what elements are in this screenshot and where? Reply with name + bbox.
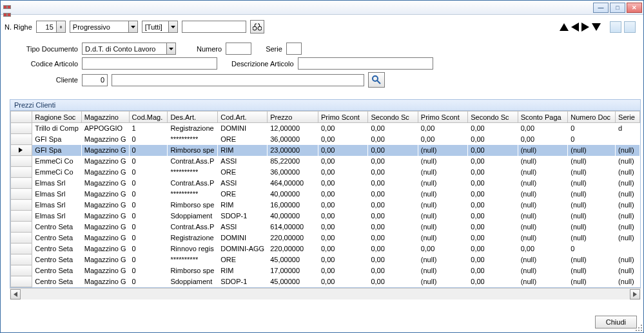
cell[interactable]: 0,00 <box>318 222 368 233</box>
cell[interactable]: 0 <box>129 200 168 211</box>
cell[interactable]: Centro Seta <box>32 254 81 265</box>
cell[interactable]: 0 <box>129 233 168 243</box>
chevron-down-icon[interactable] <box>166 43 175 54</box>
cell[interactable]: RIM <box>218 265 268 276</box>
cell[interactable]: 0,00 <box>468 276 518 287</box>
cell[interactable]: Contrat.Ass.P <box>168 222 218 233</box>
numero-input[interactable] <box>226 43 251 55</box>
cell[interactable]: (null) <box>518 222 568 233</box>
cell[interactable]: APPOGGIO <box>81 123 129 134</box>
cell[interactable]: 0,00 <box>468 167 518 178</box>
cell[interactable]: 0,00 <box>368 211 418 222</box>
row-header[interactable] <box>11 222 32 233</box>
table-row[interactable]: Centro SetaMagazzino G0**********ORE45,0… <box>11 254 640 265</box>
cell[interactable]: Magazzino G <box>81 189 129 200</box>
cell[interactable]: 17,00000 <box>268 265 318 276</box>
cell[interactable]: ********** <box>168 167 218 178</box>
cell[interactable]: Rimborso spe <box>168 200 218 211</box>
cell[interactable]: 0,00 <box>518 243 568 254</box>
cell[interactable]: 0,00 <box>468 222 518 233</box>
cell[interactable]: 220,00000 <box>268 233 318 243</box>
table-row[interactable]: Elmas SrlMagazzino G0**********ORE40,000… <box>11 189 640 200</box>
cell[interactable]: 0,00 <box>368 156 418 167</box>
cell[interactable]: Sdoppiament <box>168 276 218 287</box>
cell[interactable]: 23,00000 <box>268 145 318 156</box>
cell[interactable]: 0,00 <box>518 134 568 145</box>
cell[interactable]: (null) <box>518 211 568 222</box>
column-header[interactable]: Secondo Sc <box>468 111 518 123</box>
descr-art-input[interactable] <box>298 57 433 70</box>
table-row[interactable]: Elmas SrlMagazzino G0SdoppiamentSDOP-140… <box>11 211 640 222</box>
cell[interactable]: Magazzino G <box>81 254 129 265</box>
table-row[interactable]: Elmas SrlMagazzino G0Rimborso speRIM16,0… <box>11 200 640 211</box>
cell[interactable]: 0,00 <box>318 276 368 287</box>
cell[interactable]: Magazzino G <box>81 276 129 287</box>
cell[interactable]: 0,00 <box>468 123 518 134</box>
cell[interactable]: 0,00 <box>468 145 518 156</box>
cell[interactable]: (null) <box>518 254 568 265</box>
cell[interactable]: (null) <box>568 254 616 265</box>
horizontal-scrollbar[interactable] <box>10 288 641 300</box>
cell[interactable]: SDOP-1 <box>218 276 268 287</box>
cell[interactable]: (null) <box>418 178 467 189</box>
cell[interactable]: 0,00 <box>368 178 418 189</box>
row-header[interactable] <box>11 156 32 167</box>
cell[interactable]: 0 <box>129 134 168 145</box>
cell[interactable]: Contrat.Ass.P <box>168 178 218 189</box>
row-header[interactable] <box>11 200 32 211</box>
row-header[interactable] <box>11 254 32 265</box>
cell[interactable]: 36,00000 <box>268 134 318 145</box>
cell[interactable]: 85,22000 <box>268 156 318 167</box>
cell[interactable]: 0,00 <box>368 233 418 243</box>
cell[interactable]: (null) <box>518 145 568 156</box>
cell[interactable]: 0,00 <box>468 243 518 254</box>
cell[interactable]: 0,00 <box>418 123 467 134</box>
cell[interactable]: Magazzino G <box>81 145 129 156</box>
close-button[interactable]: ✕ <box>627 3 642 13</box>
row-header[interactable] <box>11 145 32 156</box>
column-header[interactable]: Primo Scont <box>418 111 467 123</box>
table-row[interactable]: GFI SpaMagazzino G0**********ORE36,00000… <box>11 134 640 145</box>
table-row[interactable]: Centro SetaMagazzino G0Rimborso speRIM17… <box>11 265 640 276</box>
cell[interactable]: 0,00 <box>468 254 518 265</box>
row-header[interactable] <box>11 123 32 134</box>
cell[interactable]: 0,00 <box>368 254 418 265</box>
cell[interactable]: (null) <box>616 233 640 243</box>
cell[interactable]: Rimborso spe <box>168 145 218 156</box>
cell[interactable]: (null) <box>518 167 568 178</box>
cell[interactable]: Magazzino G <box>81 233 129 243</box>
table-row[interactable]: Elmas SrlMagazzino G0Contrat.Ass.PASSI46… <box>11 178 640 189</box>
cell[interactable]: Centro Seta <box>32 265 81 276</box>
tipo-doc-combo[interactable]: D.d.T. di Conto Lavoro <box>82 43 176 55</box>
cell[interactable] <box>616 134 640 145</box>
cell[interactable]: Magazzino G <box>81 156 129 167</box>
cell[interactable]: (null) <box>616 178 640 189</box>
cell[interactable]: 0 <box>129 222 168 233</box>
column-header[interactable]: Magazzino <box>81 111 129 123</box>
cell[interactable]: (null) <box>616 276 640 287</box>
cell[interactable]: 12,00000 <box>268 123 318 134</box>
nav-last-icon[interactable] <box>592 23 601 31</box>
table-row[interactable]: GFI SpaMagazzino G0Rimborso speRIM23,000… <box>11 145 640 156</box>
cell[interactable]: (null) <box>418 156 467 167</box>
cell[interactable]: (null) <box>518 276 568 287</box>
cell[interactable]: 0,00 <box>368 265 418 276</box>
row-header[interactable] <box>11 178 32 189</box>
cliente-desc-input[interactable] <box>112 74 364 86</box>
cell[interactable]: Elmas Srl <box>32 189 81 200</box>
cell[interactable]: 0 <box>568 134 616 145</box>
cell[interactable]: 0 <box>129 145 168 156</box>
cell[interactable]: 45,00000 <box>268 276 318 287</box>
cell[interactable]: (null) <box>518 200 568 211</box>
spin-up-down-icon[interactable] <box>56 21 65 32</box>
column-header[interactable]: Des.Art. <box>168 111 218 123</box>
cell[interactable]: (null) <box>518 265 568 276</box>
cell[interactable]: DOMINI <box>218 233 268 243</box>
cell[interactable]: 0 <box>129 156 168 167</box>
cell[interactable]: 0,00 <box>418 134 467 145</box>
table-row[interactable]: EmmeCi CoMagazzino G0Contrat.Ass.PASSI85… <box>11 156 640 167</box>
cell[interactable]: 0,00 <box>368 276 418 287</box>
table-row[interactable]: Centro SetaMagazzino G0Contrat.Ass.PASSI… <box>11 222 640 233</box>
cell[interactable]: DOMINI <box>218 123 268 134</box>
cell[interactable]: 0 <box>129 178 168 189</box>
